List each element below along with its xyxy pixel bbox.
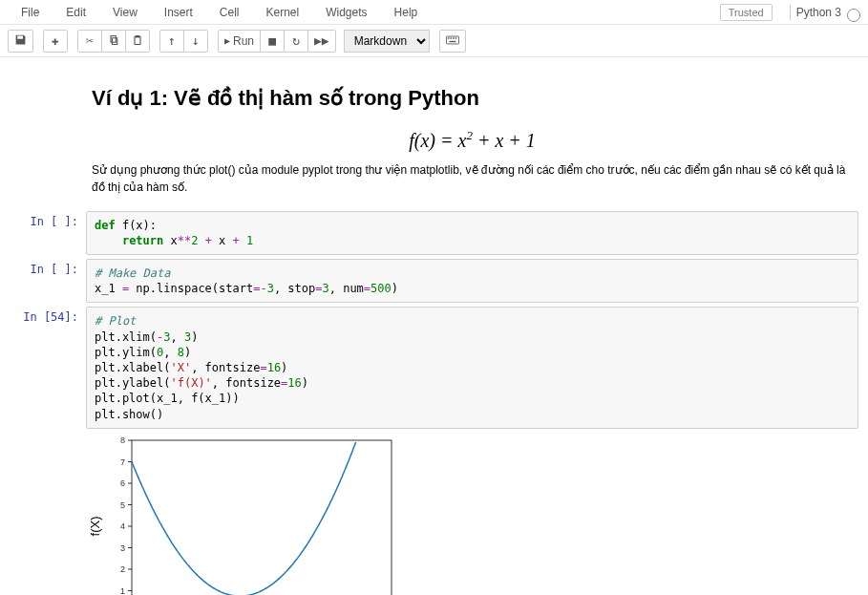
svg-rect-5 bbox=[449, 41, 455, 42]
svg-text:7: 7 bbox=[120, 457, 125, 466]
menu-kernel[interactable]: Kernel bbox=[253, 2, 313, 23]
stop-button[interactable]: ■ bbox=[260, 30, 285, 53]
command-palette-button[interactable] bbox=[439, 30, 466, 53]
svg-rect-6 bbox=[132, 440, 392, 595]
run-label: Run bbox=[233, 34, 254, 48]
menu-widgets[interactable]: Widgets bbox=[312, 2, 380, 23]
prompt-empty bbox=[10, 71, 86, 207]
move-down-button[interactable]: ↓ bbox=[183, 30, 208, 53]
save-button[interactable] bbox=[8, 30, 33, 53]
menu-cell[interactable]: Cell bbox=[206, 2, 253, 23]
plot-figure: -3-2-10123012345678f(X) bbox=[86, 433, 401, 595]
copy-icon bbox=[108, 34, 119, 48]
svg-text:8: 8 bbox=[120, 436, 125, 445]
trusted-indicator[interactable]: Trusted bbox=[720, 4, 773, 21]
kernel-name[interactable]: Python 3 bbox=[796, 6, 841, 19]
svg-text:1: 1 bbox=[120, 585, 125, 595]
svg-rect-3 bbox=[453, 37, 455, 38]
menu-help[interactable]: Help bbox=[381, 2, 432, 23]
heading: Ví dụ 1: Vẽ đồ thị hàm số trong Python bbox=[92, 86, 853, 111]
toolbar: ✚ ✂ ↑ ↓ ▶Run ■ ↻ ▶▶ Markdown bbox=[0, 25, 868, 57]
svg-rect-4 bbox=[455, 37, 456, 38]
menu-file[interactable]: File bbox=[8, 2, 53, 23]
add-cell-button[interactable]: ✚ bbox=[43, 30, 68, 53]
prompt: In [ ]: bbox=[10, 211, 86, 255]
notebook-container: Ví dụ 1: Vẽ đồ thị hàm số trong Python f… bbox=[0, 57, 868, 595]
svg-text:3: 3 bbox=[120, 542, 125, 552]
move-up-button[interactable]: ↑ bbox=[159, 30, 184, 53]
cell-type-select[interactable]: Markdown bbox=[344, 30, 430, 53]
play-icon: ▶ bbox=[224, 36, 230, 46]
kernel-status-icon bbox=[847, 9, 860, 22]
output-plot: -3-2-10123012345678f(X) bbox=[10, 433, 858, 595]
copy-button[interactable] bbox=[101, 30, 126, 53]
restart-run-all-button[interactable]: ▶▶ bbox=[307, 30, 336, 53]
paragraph: Sử dụng phương thức plot() của module py… bbox=[92, 161, 853, 196]
plus-icon: ✚ bbox=[52, 34, 59, 47]
cut-button[interactable]: ✂ bbox=[77, 30, 102, 53]
equation: f(x) = x2 + x + 1 bbox=[92, 128, 853, 152]
svg-text:4: 4 bbox=[120, 521, 125, 531]
floppy-icon bbox=[14, 33, 27, 48]
keyboard-icon bbox=[446, 34, 459, 47]
code[interactable]: def f(x): return x**2 + x + 1 bbox=[87, 212, 857, 254]
menu-edit[interactable]: Edit bbox=[53, 2, 99, 23]
prompt: In [ ]: bbox=[10, 259, 86, 303]
svg-rect-1 bbox=[447, 37, 449, 38]
code-cell-3[interactable]: In [54]: # Plot plt.xlim(-3, 3) plt.ylim… bbox=[10, 307, 858, 428]
svg-rect-0 bbox=[446, 36, 458, 44]
arrow-up-icon: ↑ bbox=[168, 34, 176, 47]
stop-icon: ■ bbox=[268, 34, 276, 47]
run-button[interactable]: ▶Run bbox=[218, 30, 261, 53]
restart-button[interactable]: ↻ bbox=[284, 30, 308, 53]
menubar: File Edit View Insert Cell Kernel Widget… bbox=[0, 0, 868, 25]
svg-rect-2 bbox=[450, 37, 452, 38]
clipboard-icon bbox=[132, 34, 143, 48]
svg-text:f(X): f(X) bbox=[88, 516, 102, 536]
svg-text:2: 2 bbox=[120, 564, 125, 574]
code-cell-1[interactable]: In [ ]: def f(x): return x**2 + x + 1 bbox=[10, 211, 858, 255]
fast-forward-icon: ▶▶ bbox=[314, 34, 329, 47]
code[interactable]: # Make Data x_1 = np.linspace(start=-3, … bbox=[87, 260, 857, 302]
menu-view[interactable]: View bbox=[99, 2, 151, 23]
code[interactable]: # Plot plt.xlim(-3, 3) plt.ylim(0, 8) pl… bbox=[87, 308, 857, 427]
arrow-down-icon: ↓ bbox=[192, 34, 200, 47]
menu-insert[interactable]: Insert bbox=[151, 2, 206, 23]
markdown-cell[interactable]: Ví dụ 1: Vẽ đồ thị hàm số trong Python f… bbox=[10, 71, 858, 207]
scissors-icon: ✂ bbox=[86, 34, 94, 47]
svg-text:5: 5 bbox=[120, 499, 125, 509]
svg-text:6: 6 bbox=[120, 478, 125, 488]
refresh-icon: ↻ bbox=[292, 34, 300, 47]
code-cell-2[interactable]: In [ ]: # Make Data x_1 = np.linspace(st… bbox=[10, 259, 858, 303]
paste-button[interactable] bbox=[125, 30, 150, 53]
prompt: In [54]: bbox=[10, 307, 86, 428]
